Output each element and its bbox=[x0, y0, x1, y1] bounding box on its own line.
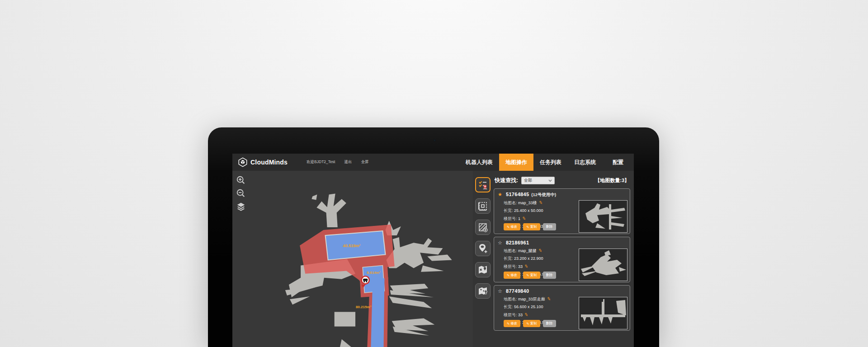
edit-icon[interactable]: ✎ bbox=[524, 263, 528, 269]
filter-selected-value: 全部 bbox=[524, 178, 532, 183]
tab-map-operations[interactable]: 地图操作 bbox=[499, 154, 533, 171]
area-label-3: 80.215m² bbox=[356, 305, 372, 309]
copy-button[interactable]: ✎复制 bbox=[523, 223, 540, 230]
edit-icon[interactable]: ✎ bbox=[547, 296, 551, 301]
map-filter-select[interactable]: 全部 bbox=[521, 177, 555, 184]
map-usage-badge: (12号使用中) bbox=[531, 192, 556, 198]
map-card: ★ 51764845 (12号使用中) 地图名: map_33楼✎ 长宽: 25… bbox=[494, 188, 630, 234]
cloudminds-logo-icon bbox=[238, 157, 248, 167]
layers-button[interactable] bbox=[236, 202, 246, 211]
poi-task-list-button[interactable] bbox=[475, 177, 491, 192]
logout-link[interactable]: 退出 bbox=[344, 159, 352, 165]
map-card: ☆ 87749840 地图名: map_33层走廊✎ 长宽: 56.600 x … bbox=[494, 285, 630, 331]
add-poi-button[interactable] bbox=[475, 241, 491, 256]
delete-button[interactable]: 删除 bbox=[543, 320, 556, 327]
map-card: ☆ 82186961 地图名: map_腿腿✎ 长宽: 23.200 x 22.… bbox=[494, 237, 630, 282]
edit-icon[interactable]: ✎ bbox=[538, 200, 543, 205]
area-label-2: 8.614m² bbox=[367, 271, 380, 275]
map-canvas[interactable]: 40.519m² 8.614m² 80.215m² bbox=[232, 171, 473, 347]
tab-robot-list[interactable]: 机器人列表 bbox=[459, 154, 499, 171]
edit-icon[interactable]: ✎ bbox=[522, 216, 526, 221]
app-header: CloudMinds 欢迎BJDT2_Test 退出 全屏 机器人列表 地图操作… bbox=[232, 154, 634, 171]
upload-map-button[interactable] bbox=[475, 283, 491, 299]
fullscreen-link[interactable]: 全屏 bbox=[361, 159, 368, 165]
welcome-text: 欢迎BJDT2_Test bbox=[307, 159, 335, 165]
app-screen: CloudMinds 欢迎BJDT2_Test 退出 全屏 机器人列表 地图操作… bbox=[232, 154, 634, 347]
tab-log-system[interactable]: 日志系统 bbox=[568, 154, 602, 171]
star-icon[interactable]: ☆ bbox=[498, 288, 504, 294]
modify-button[interactable]: ✎修改 bbox=[504, 223, 520, 230]
edit-icon[interactable]: ✎ bbox=[538, 248, 542, 253]
measure-area-button[interactable] bbox=[475, 198, 491, 214]
area-label-1: 40.519m² bbox=[343, 244, 361, 248]
laptop-frame: CloudMinds 欢迎BJDT2_Test 退出 全屏 机器人列表 地图操作… bbox=[208, 127, 659, 347]
main-nav: 机器人列表 地图操作 任务列表 日志系统 配置 bbox=[459, 154, 634, 171]
map-id: 82186961 bbox=[506, 240, 529, 245]
modify-button[interactable]: ✎修改 bbox=[504, 320, 520, 327]
map-thumbnail[interactable] bbox=[579, 297, 627, 329]
brand: CloudMinds bbox=[232, 157, 288, 167]
star-icon[interactable]: ☆ bbox=[498, 240, 504, 246]
map-id: 51764845 bbox=[506, 192, 529, 197]
map-marker-button[interactable] bbox=[475, 262, 491, 277]
map-thumbnail[interactable] bbox=[579, 200, 627, 233]
zoom-out-button[interactable] bbox=[236, 188, 246, 198]
modify-button[interactable]: ✎修改 bbox=[504, 272, 520, 279]
map-id: 87749840 bbox=[506, 288, 529, 294]
brand-name: CloudMinds bbox=[250, 159, 288, 166]
delete-button[interactable]: 删除 bbox=[543, 223, 556, 230]
delete-button[interactable]: 删除 bbox=[543, 272, 556, 279]
edit-icon[interactable]: ✎ bbox=[524, 312, 528, 317]
tab-task-list[interactable]: 任务列表 bbox=[533, 154, 568, 171]
quick-search-label: 快速查找: bbox=[495, 177, 518, 184]
copy-button[interactable]: ✎复制 bbox=[523, 320, 540, 327]
map-thumbnail[interactable] bbox=[579, 249, 627, 281]
star-icon[interactable]: ★ bbox=[498, 192, 504, 197]
map-list-panel: 快速查找: 全部 【地图数量:3】 ★ 51764845 (12号使用中) bbox=[493, 171, 634, 347]
add-virtual-wall-button[interactable] bbox=[475, 220, 491, 235]
map-count-text: 【地图数量:3】 bbox=[595, 177, 629, 184]
copy-button[interactable]: ✎复制 bbox=[523, 272, 540, 279]
chevron-down-icon bbox=[548, 179, 552, 182]
occupancy-map: 40.519m² 8.614m² 80.215m² bbox=[232, 171, 473, 347]
tab-config[interactable]: 配置 bbox=[602, 154, 634, 171]
map-toolbar bbox=[473, 171, 493, 347]
webcam-dot bbox=[434, 139, 436, 141]
zoom-in-button[interactable] bbox=[236, 175, 246, 185]
